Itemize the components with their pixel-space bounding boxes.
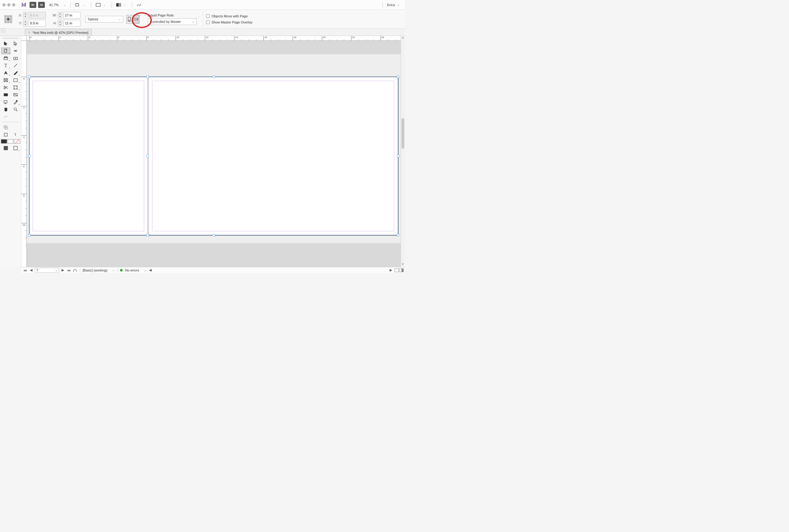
h-spinner[interactable]: ▲▼ [58,20,62,26]
w-field[interactable] [63,12,80,19]
vertical-scrollbar[interactable]: ▲ ▼ [401,36,405,267]
gap-tool[interactable] [11,48,20,54]
ruler-tick: 24 [381,36,384,40]
eyedropper-tool[interactable] [11,99,20,106]
stock-button[interactable]: St [38,2,45,8]
page-spread[interactable] [29,77,398,235]
selection-tool[interactable] [1,40,11,47]
view-mode-normal[interactable] [1,145,11,151]
ruler-tick: 6 [117,36,119,40]
view-options-icon[interactable] [75,2,80,7]
hand-tool[interactable] [1,106,11,113]
objects-move-checkbox-row[interactable]: Objects Move with Page [206,14,253,18]
page-tool[interactable] [1,48,11,54]
free-transform-tool[interactable] [11,84,20,91]
rectangle-frame-tool[interactable] [1,77,11,83]
content-collector-tool[interactable] [1,55,11,61]
caret-icon[interactable]: ⌄ [124,3,126,6]
formatting-container[interactable] [1,131,11,138]
caret-icon[interactable]: ⌄ [83,3,85,6]
vertical-ruler[interactable]: 0246810 [21,41,27,267]
view-mode-preview[interactable] [11,145,20,151]
orientation-landscape-button[interactable] [133,15,139,23]
user-name: Erica [387,3,395,7]
h-field[interactable] [63,20,80,26]
scrollbar-thumb[interactable] [402,118,404,149]
zoom-dropdown-icon[interactable]: ⌄ [63,3,66,7]
open-pages-panel-button[interactable] [73,268,77,273]
formatting-text[interactable]: T [11,131,20,138]
last-page-button[interactable]: ⏭ [67,268,71,273]
master-overlay-checkbox-row[interactable]: Show Master Page Overlay [206,20,253,24]
apply-gradient[interactable] [7,139,14,144]
prev-page-button[interactable]: ◀ [29,268,34,273]
gradient-feather-tool[interactable] [11,91,20,98]
x-spinner[interactable]: ▲▼ [23,12,27,19]
reference-point-grid[interactable] [4,15,12,23]
liquid-page-rule-value: Controlled by Master [150,20,181,23]
caret-icon[interactable]: ⌄ [103,3,106,6]
scroll-left-button[interactable]: ◀ [148,268,153,273]
pencil-tool[interactable] [11,70,20,76]
separator [111,2,112,8]
svg-rect-4 [116,3,118,6]
objects-move-checkbox[interactable] [206,14,210,18]
direct-selection-tool[interactable] [11,40,20,47]
ruler-tick: 0 [29,36,31,40]
zoom-tool[interactable] [11,106,20,113]
arrange-documents-icon[interactable] [116,2,121,7]
chevron-down-icon[interactable]: ⌄ [112,268,115,272]
split-view-1-icon[interactable] [395,268,399,272]
screen-mode-icon[interactable] [95,2,101,7]
ruler-tick: 14 [234,36,238,40]
line-tool[interactable] [11,62,20,69]
orientation-portrait-button[interactable] [126,15,132,23]
liquid-page-rule-select[interactable]: Controlled by Master ⌄ [148,18,197,25]
gradient-swatch-tool[interactable] [1,91,11,98]
page-number-field[interactable]: 7 ⌄ [35,268,59,273]
ruler-tick: 2 [58,36,61,40]
split-view-icons [395,268,404,272]
horizontal-ruler[interactable]: 024681012141618202224 [27,36,405,41]
split-view-2-icon[interactable] [399,268,404,272]
gpu-performance-icon[interactable] [136,2,142,7]
first-page-button[interactable]: ⏮ [22,268,27,273]
color-theme-tool[interactable] [1,113,11,120]
close-window[interactable] [2,3,5,6]
scroll-right-button[interactable]: ▶ [388,268,393,273]
svg-point-10 [137,19,137,19]
fill-stroke-swap[interactable] [1,124,11,131]
pen-tool[interactable] [1,70,11,76]
zoom-level[interactable]: 41.7% [49,3,58,7]
note-tool[interactable] [1,99,11,106]
y-spinner[interactable]: ▲▼ [23,20,27,26]
scroll-down-icon[interactable]: ▼ [401,263,405,267]
apply-none[interactable] [14,139,20,144]
next-page-button[interactable]: ▶ [60,268,65,273]
bridge-button[interactable]: Br [30,2,36,8]
maximize-window[interactable] [12,3,15,6]
preflight-status-text[interactable]: No errors [125,268,139,272]
content-placer-tool[interactable] [11,55,20,61]
y-field[interactable] [29,20,46,26]
minimize-window[interactable] [7,3,11,6]
scroll-up-icon[interactable]: ▲ [401,36,405,40]
user-menu[interactable]: Erica ⌄ [387,3,402,7]
w-spinner[interactable]: ▲▼ [58,12,62,19]
apply-color[interactable] [1,139,7,144]
page-preset-select[interactable]: Tabloid ⌄ [85,16,123,22]
page-number-value: 7 [36,268,38,272]
scissors-tool[interactable] [1,84,11,91]
canvas-area[interactable]: 024681012141618202224 0246810 ▲ ▼ [21,36,405,267]
paragraph-style-status[interactable]: [Basic] (working) [82,268,107,272]
document-tab[interactable]: × *test files.indd @ 42% [GPU Preview] [25,29,92,36]
chevron-down-icon[interactable]: ⌄ [144,268,147,272]
master-overlay-checkbox[interactable] [206,20,210,24]
ruler-origin[interactable] [21,36,27,41]
close-tab-icon[interactable]: × [29,31,30,34]
window-controls [2,3,15,6]
type-tool[interactable] [1,62,11,69]
page-preset-value: Tabloid [88,17,98,21]
rectangle-tool[interactable] [11,77,20,83]
panel-collapse-handle[interactable]: ‹‹ [0,28,5,32]
